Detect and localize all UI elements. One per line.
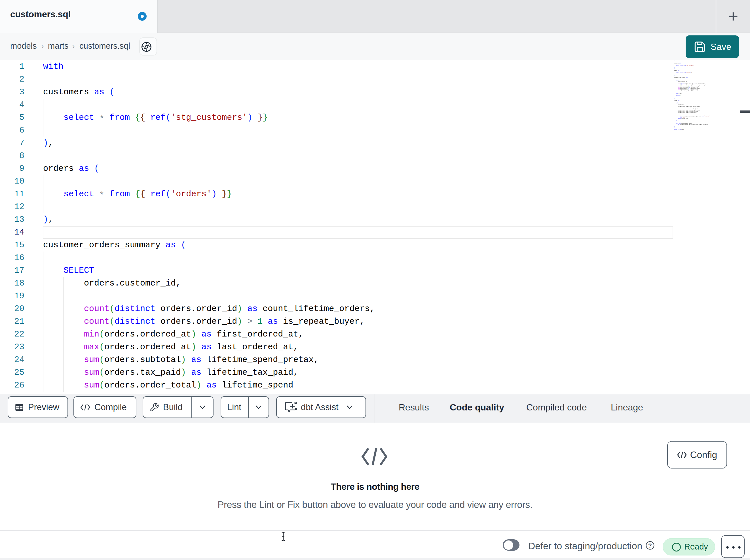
svg-text:?: ? (648, 542, 652, 549)
